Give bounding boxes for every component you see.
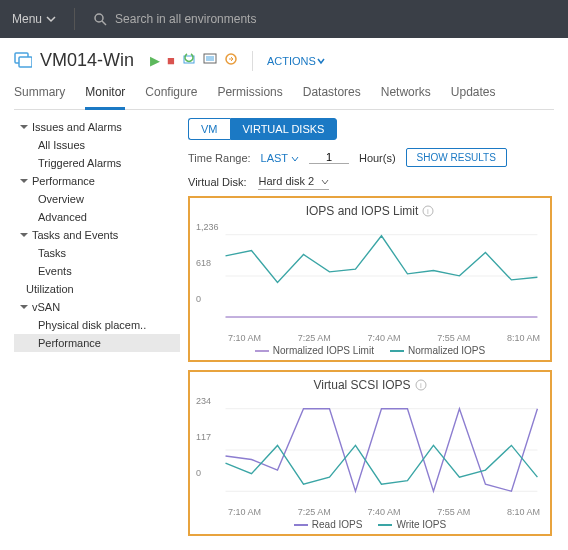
chart-1: Virtual SCSI IOPS i23411707:10 AM7:25 AM…: [188, 370, 552, 536]
svg-line-1: [102, 21, 106, 25]
chevron-down-icon: [316, 56, 326, 66]
search-placeholder: Search in all environments: [115, 12, 256, 26]
svg-text:i: i: [427, 207, 429, 216]
sidebar-group-vsan[interactable]: vSAN: [14, 298, 180, 316]
caret-down-icon: [20, 123, 28, 131]
seg-tab-vm[interactable]: VM: [188, 118, 230, 140]
console-icon[interactable]: [203, 52, 217, 69]
stop-icon[interactable]: ■: [167, 53, 175, 68]
tab-monitor[interactable]: Monitor: [85, 79, 125, 110]
tab-summary[interactable]: Summary: [14, 79, 65, 109]
legend-item: Normalized IOPS: [390, 345, 485, 356]
chart-legend: Read IOPSWrite IOPS: [198, 519, 542, 530]
sidebar-item-events[interactable]: Events: [14, 262, 180, 280]
tab-configure[interactable]: Configure: [145, 79, 197, 109]
tab-permissions[interactable]: Permissions: [217, 79, 282, 109]
sidebar-group-performance[interactable]: Performance: [14, 172, 180, 190]
info-icon[interactable]: i: [422, 205, 434, 217]
chart-plot: [198, 222, 542, 330]
chart-title: Virtual SCSI IOPS i: [198, 378, 542, 392]
svg-rect-6: [206, 56, 214, 61]
sidebar-item-tasks[interactable]: Tasks: [14, 244, 180, 262]
svg-point-0: [95, 14, 103, 22]
seg-tab-virtual-disks[interactable]: VIRTUAL DISKS: [230, 118, 338, 140]
sidebar-group-issues[interactable]: Issues and Alarms: [14, 118, 180, 136]
chevron-down-icon: [321, 178, 329, 186]
migrate-icon[interactable]: [224, 52, 238, 69]
sidebar-item-vsan-performance[interactable]: Performance: [14, 334, 180, 352]
tab-updates[interactable]: Updates: [451, 79, 496, 109]
menu-label: Menu: [12, 12, 42, 26]
tab-datastores[interactable]: Datastores: [303, 79, 361, 109]
search-icon: [93, 12, 107, 26]
virtual-disk-select[interactable]: Hard disk 2: [258, 173, 329, 190]
main-tabs: Summary Monitor Configure Permissions Da…: [14, 79, 554, 110]
caret-down-icon: [20, 231, 28, 239]
caret-down-icon: [20, 303, 28, 311]
svg-text:i: i: [420, 381, 422, 390]
sidebar-item-overview[interactable]: Overview: [14, 190, 180, 208]
sidebar-group-tasks[interactable]: Tasks and Events: [14, 226, 180, 244]
play-icon[interactable]: ▶: [150, 53, 160, 68]
sidebar-item-all-issues[interactable]: All Issues: [14, 136, 180, 154]
sidebar-item-triggered-alarms[interactable]: Triggered Alarms: [14, 154, 180, 172]
svg-rect-3: [19, 57, 32, 67]
info-icon[interactable]: i: [415, 379, 427, 391]
chart-legend: Normalized IOPS LimitNormalized IOPS: [198, 345, 542, 356]
chart-0: IOPS and IOPS Limit i1,23661807:10 AM7:2…: [188, 196, 552, 362]
chart-title: IOPS and IOPS Limit i: [198, 204, 542, 218]
legend-item: Normalized IOPS Limit: [255, 345, 374, 356]
search-input[interactable]: Search in all environments: [93, 12, 256, 26]
y-axis-labels: 1,2366180: [196, 222, 219, 330]
sidebar-item-physical-disk[interactable]: Physical disk placem..: [14, 316, 180, 334]
chevron-down-icon: [291, 155, 299, 163]
chevron-down-icon: [46, 14, 56, 24]
show-results-button[interactable]: SHOW RESULTS: [406, 148, 507, 167]
menu-button[interactable]: Menu: [12, 12, 56, 26]
time-range-label: Time Range:: [188, 152, 251, 164]
legend-item: Read IOPS: [294, 519, 363, 530]
chart-plot: [198, 396, 542, 504]
legend-item: Write IOPS: [378, 519, 446, 530]
tab-networks[interactable]: Networks: [381, 79, 431, 109]
page-title: VM014-Win: [40, 50, 134, 71]
caret-down-icon: [20, 177, 28, 185]
last-dropdown[interactable]: LAST: [261, 152, 299, 164]
x-axis-labels: 7:10 AM7:25 AM7:40 AM7:55 AM8:10 AM: [198, 333, 542, 343]
virtual-disk-label: Virtual Disk:: [188, 176, 246, 188]
hours-input[interactable]: [309, 151, 349, 164]
sidebar: Issues and Alarms All Issues Triggered A…: [14, 110, 180, 544]
vm-icon: [14, 50, 32, 71]
hours-unit: Hour(s): [359, 152, 396, 164]
y-axis-labels: 2341170: [196, 396, 211, 504]
x-axis-labels: 7:10 AM7:25 AM7:40 AM7:55 AM8:10 AM: [198, 507, 542, 517]
sidebar-item-advanced[interactable]: Advanced: [14, 208, 180, 226]
sidebar-item-utilization[interactable]: Utilization: [14, 280, 180, 298]
actions-menu[interactable]: ACTIONS: [267, 55, 326, 67]
restart-icon[interactable]: [182, 52, 196, 69]
